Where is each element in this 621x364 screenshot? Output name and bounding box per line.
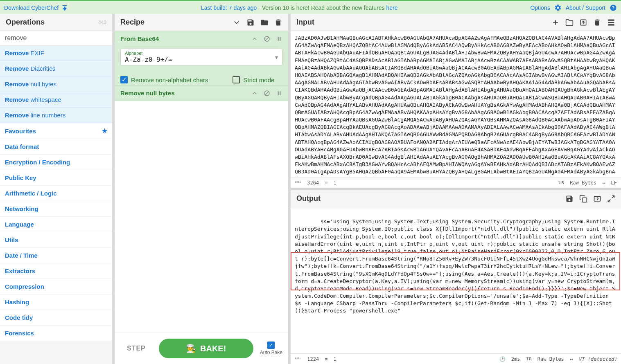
input-header: Input xyxy=(291,14,621,31)
clock-icon: 🕑 xyxy=(499,356,506,362)
checkbox-label: Remove non-alphabet chars xyxy=(131,76,208,83)
open-folder-icon[interactable] xyxy=(565,18,574,27)
features-link[interactable]: here xyxy=(386,4,397,11)
chevron-up-icon[interactable] xyxy=(251,90,258,97)
op-result[interactable]: Remove null bytes xyxy=(0,76,112,92)
pause-op-icon[interactable] xyxy=(276,36,282,42)
io-panel: Input JABzAD0AJwB1AHMAaQBuAGcAIABTAHkAcw… xyxy=(291,14,621,364)
lines-icon: ≡ xyxy=(325,356,327,362)
top-banner: Download CyberChef Last build: 7 days ag… xyxy=(0,0,621,14)
recipe-panel: Recipe From Base64AlphabetA-Za-z0-9+/=▾✓… xyxy=(115,14,291,364)
save-output-icon[interactable] xyxy=(565,195,574,203)
recipe-body[interactable]: From Base64AlphabetA-Za-z0-9+/=▾✓Remove … xyxy=(115,31,288,333)
open-file-icon[interactable] xyxy=(579,18,587,27)
rec-icon: ᴬᴮᶜ xyxy=(295,357,301,361)
op-category[interactable]: Code tidy xyxy=(0,310,112,326)
help-icon[interactable]: ? xyxy=(610,4,617,11)
operations-header: Operations 440 xyxy=(0,14,112,31)
op-category[interactable]: Arithmetic / Logic xyxy=(0,186,112,201)
gear-icon[interactable] xyxy=(554,4,562,11)
operations-panel: Operations 440 Remove EXIFRemove Diacrit… xyxy=(0,14,115,364)
disable-op-icon[interactable] xyxy=(264,90,270,97)
save-recipe-icon[interactable] xyxy=(246,18,255,27)
arg-label: Alphabet xyxy=(125,51,278,56)
copy-output-icon[interactable] xyxy=(579,195,587,203)
output-text[interactable]: $s='using System;using System.Text;using… xyxy=(291,207,621,353)
output-eol[interactable]: VT (detected) xyxy=(578,356,617,362)
svg-rect-14 xyxy=(608,19,614,20)
op-category[interactable]: Data format xyxy=(0,139,112,155)
svg-rect-18 xyxy=(594,196,601,201)
svg-rect-5 xyxy=(280,37,280,40)
output-encoding[interactable]: Raw Bytes xyxy=(537,356,564,362)
op-result[interactable]: Remove line numbers xyxy=(0,108,112,123)
recipe-title: Recipe xyxy=(120,18,145,27)
svg-line-20 xyxy=(608,199,611,202)
recipe-footer: STEP 👨‍🍳 BAKE! ✓ Auto Bake xyxy=(115,333,288,364)
op-category[interactable]: Compression xyxy=(0,279,112,294)
op-result[interactable]: Remove whitespace xyxy=(0,92,112,108)
input-lines: 1 xyxy=(333,180,336,186)
svg-rect-4 xyxy=(278,37,279,40)
chevron-up-icon[interactable] xyxy=(251,36,258,42)
chevron-down-icon[interactable]: ▾ xyxy=(275,54,278,61)
svg-line-19 xyxy=(612,195,614,198)
clear-recipe-icon[interactable] xyxy=(274,18,282,27)
disable-op-icon[interactable] xyxy=(264,36,270,42)
output-title: Output xyxy=(296,194,321,203)
download-link[interactable]: Download CyberChef xyxy=(4,4,59,11)
operations-title: Operations xyxy=(6,18,45,27)
search-box xyxy=(0,31,112,45)
arg-value: A-Za-z0-9+/= xyxy=(125,56,278,63)
download-icon[interactable] xyxy=(61,4,68,11)
op-category[interactable]: Favourites★ xyxy=(0,123,112,139)
input-encoding[interactable]: Raw Bytes xyxy=(570,180,596,186)
eol-arrow-icon: ↤ xyxy=(570,356,573,362)
options-link[interactable]: Options xyxy=(530,4,550,11)
auto-bake-toggle[interactable]: ✓ Auto Bake xyxy=(260,342,282,355)
recipe-op[interactable]: From Base64AlphabetA-Za-z0-9+/=▾✓Remove … xyxy=(115,31,288,85)
add-tab-icon[interactable] xyxy=(551,18,560,27)
recipe-op[interactable]: Remove null bytes xyxy=(115,85,288,101)
checkbox-label: Strict mode xyxy=(243,76,274,83)
clear-input-icon[interactable] xyxy=(593,18,601,27)
alphabet-field[interactable]: AlphabetA-Za-z0-9+/=▾ xyxy=(120,49,282,65)
op-category[interactable]: Language xyxy=(0,217,112,232)
chef-icon: 👨‍🍳 xyxy=(186,344,196,353)
move-to-input-icon[interactable] xyxy=(593,195,601,203)
op-category[interactable]: Date / Time xyxy=(0,248,112,263)
maximize-icon[interactable] xyxy=(607,195,615,203)
pause-op-icon[interactable] xyxy=(276,90,282,97)
op-category[interactable]: Public Key xyxy=(0,170,112,186)
reset-layout-icon[interactable] xyxy=(607,18,615,27)
operations-count: 440 xyxy=(98,20,106,25)
build-text: - Version 10 is here! Read about the new… xyxy=(258,4,384,11)
op-category[interactable]: Hashing xyxy=(0,294,112,310)
checkbox-item[interactable]: Strict mode xyxy=(233,76,274,83)
svg-line-3 xyxy=(265,37,269,40)
step-button[interactable]: STEP xyxy=(120,345,152,352)
checkbox-icon: ✓ xyxy=(120,76,128,83)
load-recipe-icon[interactable] xyxy=(260,18,269,27)
svg-rect-9 xyxy=(280,91,280,95)
svg-text:?: ? xyxy=(612,5,614,10)
svg-line-7 xyxy=(265,92,269,95)
op-category[interactable]: Forensics xyxy=(0,326,112,341)
checkbox-icon xyxy=(233,76,240,83)
op-category[interactable]: Extractors xyxy=(0,263,112,279)
input-length: 3264 xyxy=(307,180,319,186)
op-category[interactable]: Utils xyxy=(0,232,112,248)
op-result[interactable]: Remove Diacritics xyxy=(0,61,112,76)
input-eol[interactable]: LF xyxy=(611,180,617,186)
about-link[interactable]: About / Support xyxy=(566,4,605,11)
op-category[interactable]: Encryption / Encoding xyxy=(0,155,112,170)
recipe-header: Recipe xyxy=(115,14,288,31)
search-input[interactable] xyxy=(5,34,107,42)
chevron-down-icon[interactable] xyxy=(233,18,241,27)
build-date-link[interactable]: Last build: 7 days ago xyxy=(201,4,257,11)
bake-button[interactable]: 👨‍🍳 BAKE! xyxy=(159,339,253,358)
op-result[interactable]: Remove EXIF xyxy=(0,45,112,61)
input-text[interactable]: JABzAD0AJwB1AHMAaQBuAGcAIABTAHkAcwB0AGUA… xyxy=(291,31,621,177)
checkbox-item[interactable]: ✓Remove non-alphabet chars xyxy=(120,76,208,83)
op-category[interactable]: Networking xyxy=(0,201,112,217)
